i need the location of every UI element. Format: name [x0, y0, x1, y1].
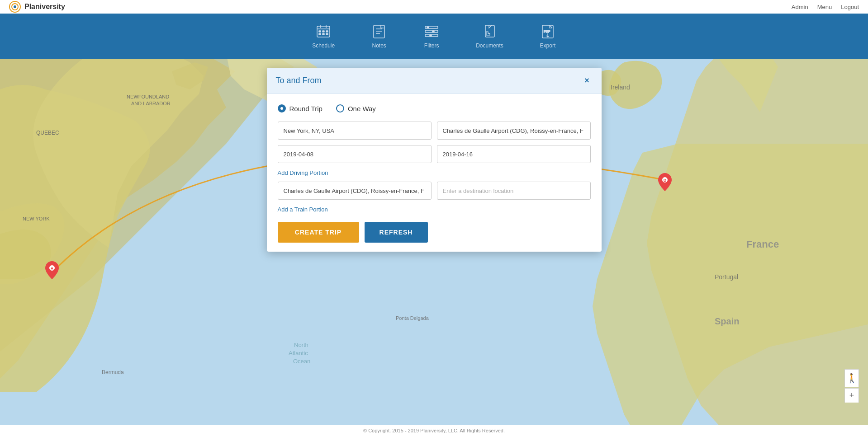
- svg-rect-11: [326, 33, 328, 35]
- add-driving-link[interactable]: Add Driving Portion: [278, 169, 328, 176]
- round-trip-radio[interactable]: [278, 104, 286, 113]
- depart-date-input[interactable]: [278, 145, 432, 163]
- date-row: [278, 145, 591, 163]
- svg-rect-19: [427, 27, 429, 28]
- toolbar-item-documents[interactable]: Documents: [476, 23, 503, 49]
- admin-link[interactable]: Admin: [792, 4, 808, 10]
- driving-row: [278, 182, 591, 200]
- schedule-icon: [315, 23, 332, 40]
- svg-point-1: [14, 5, 16, 8]
- return-date-input[interactable]: [437, 145, 591, 163]
- modal-overlay: To and From × Round Trip One Way: [0, 59, 868, 425]
- svg-rect-12: [374, 25, 384, 38]
- top-navbar: Planiversity Admin Menu Logout: [0, 0, 868, 14]
- origin-input[interactable]: [278, 122, 432, 140]
- documents-label: Documents: [476, 42, 503, 49]
- notes-icon: [371, 23, 387, 40]
- modal-body: Round Trip One Way Add Driving Portion: [267, 94, 602, 252]
- documents-icon: [482, 23, 498, 40]
- app-name: Planiversity: [24, 3, 65, 11]
- round-trip-label: Round Trip: [289, 105, 323, 113]
- toolbar: Schedule Notes Filters: [0, 14, 868, 59]
- filters-icon: [423, 23, 440, 40]
- svg-rect-17: [425, 30, 438, 33]
- modal-header: To and From ×: [267, 68, 602, 94]
- refresh-button[interactable]: REFRESH: [365, 222, 428, 243]
- svg-rect-9: [319, 33, 321, 35]
- add-train-link[interactable]: Add a Train Portion: [278, 206, 328, 213]
- svg-rect-21: [430, 35, 432, 36]
- logout-link[interactable]: Logout: [841, 4, 859, 10]
- logo: Planiversity: [9, 1, 65, 13]
- one-way-option[interactable]: One Way: [336, 104, 376, 113]
- driving-origin-input[interactable]: [278, 182, 432, 200]
- destination-input[interactable]: [437, 122, 591, 140]
- schedule-label: Schedule: [312, 42, 335, 49]
- one-way-radio[interactable]: [336, 104, 344, 113]
- svg-rect-10: [323, 33, 324, 35]
- navbar-actions: Admin Menu Logout: [792, 4, 859, 10]
- footer-text: © Copyright. 2015 - 2019 Planiversity, L…: [363, 428, 505, 433]
- svg-text:PDF: PDF: [544, 30, 550, 33]
- modal-title: To and From: [276, 76, 322, 85]
- svg-rect-7: [323, 31, 324, 32]
- svg-rect-8: [326, 31, 328, 32]
- filters-label: Filters: [424, 42, 439, 49]
- export-label: Export: [540, 42, 556, 49]
- toolbar-item-filters[interactable]: Filters: [423, 23, 440, 49]
- modal-close-button[interactable]: ×: [582, 75, 593, 86]
- logo-icon: [9, 1, 21, 13]
- export-icon: PDF: [540, 23, 556, 40]
- svg-rect-6: [319, 31, 321, 32]
- button-row: CREATE TRIP REFRESH: [278, 222, 591, 243]
- toolbar-item-notes[interactable]: Notes: [371, 23, 387, 49]
- location-row: [278, 122, 591, 140]
- one-way-label: One Way: [348, 105, 376, 113]
- round-trip-option[interactable]: Round Trip: [278, 104, 323, 113]
- to-and-from-modal: To and From × Round Trip One Way: [267, 68, 602, 252]
- driving-destination-input[interactable]: [437, 182, 591, 200]
- toolbar-item-schedule[interactable]: Schedule: [312, 23, 335, 49]
- svg-rect-20: [432, 31, 434, 32]
- footer: © Copyright. 2015 - 2019 Planiversity, L…: [0, 425, 868, 436]
- menu-link[interactable]: Menu: [817, 4, 832, 10]
- toolbar-item-export[interactable]: PDF Export: [540, 23, 556, 49]
- create-trip-button[interactable]: CREATE TRIP: [278, 222, 359, 243]
- trip-type-selector: Round Trip One Way: [278, 104, 591, 113]
- notes-label: Notes: [372, 42, 386, 49]
